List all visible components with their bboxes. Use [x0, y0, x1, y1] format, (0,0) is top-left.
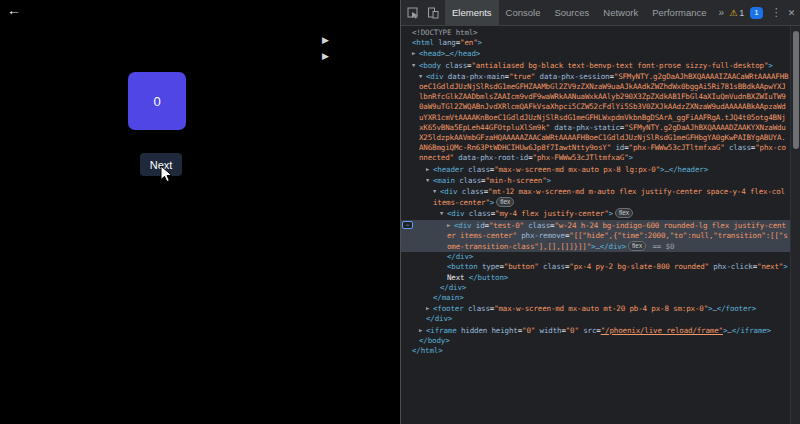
code-segment: class: [464, 209, 490, 218]
browser-viewport: ← ▶ ▶ 0 Next: [0, 0, 400, 424]
tree-node[interactable]: ▶<footer class="max-w-screen-md mx-auto …: [401, 303, 790, 314]
expand-arrow-icon[interactable]: ▼: [433, 186, 440, 196]
expand-arrow-icon[interactable]: ▶: [426, 303, 433, 313]
tree-node[interactable]: ⋯▶<div id="test-0" class="w-24 h-24 bg-i…: [401, 220, 790, 253]
tab-sources[interactable]: Sources: [547, 0, 596, 25]
expand-arrow-icon[interactable]: ▶: [426, 164, 433, 174]
warning-triangle-icon: ⚠: [729, 8, 737, 18]
inspect-element-icon[interactable]: [407, 7, 419, 19]
code-segment: "next": [757, 262, 783, 271]
device-toolbar-icon[interactable]: [427, 7, 439, 19]
code-segment: == $0: [648, 242, 674, 251]
expand-arrow-icon[interactable]: ▶: [412, 48, 419, 58]
code-segment: class: [455, 176, 481, 185]
tab-elements[interactable]: Elements: [445, 0, 499, 25]
more-options-icon[interactable]: ⋮: [771, 6, 782, 19]
tree-node[interactable]: ▼<main class="min-h-screen">: [401, 175, 790, 186]
code-segment: id: [611, 143, 624, 152]
code-segment: "max-w-screen-md mx-auto mt-20 pb-4 px-8…: [494, 304, 708, 313]
issues-badge[interactable]: 1: [750, 7, 762, 19]
scrollbar-thumb[interactable]: [793, 31, 799, 149]
tree-node[interactable]: </div>: [401, 252, 790, 262]
more-panels-icon[interactable]: »: [714, 0, 730, 25]
code-segment: phx-click: [709, 262, 753, 271]
code-segment: </div>: [447, 252, 473, 261]
screen: ← ▶ ▶ 0 Next Ele: [0, 0, 800, 424]
code-segment: width: [535, 326, 561, 335]
tree-node[interactable]: ▶<iframe hidden height="0" width="0" src…: [401, 325, 790, 336]
tree-node[interactable]: </html>: [401, 346, 790, 356]
flex-badge[interactable]: flex: [496, 197, 514, 207]
expand-arrow-icon[interactable]: ▶: [447, 220, 454, 230]
code-segment: type: [478, 262, 500, 271]
expand-arrow-icon[interactable]: ▼: [419, 71, 426, 81]
code-segment: data-phx-static: [550, 123, 620, 132]
expand-arrow-icon[interactable]: ▼: [440, 208, 447, 218]
code-segment: <div: [440, 187, 457, 196]
code-segment: class: [441, 61, 467, 70]
tree-node[interactable]: </body>: [401, 336, 790, 346]
tab-performance[interactable]: Performance: [645, 0, 713, 25]
tree-node[interactable]: ▼<div class="mt-12 max-w-screen-md m-aut…: [401, 186, 790, 208]
tree-node[interactable]: ▼<div data-phx-main="true" data-phx-sess…: [401, 71, 790, 164]
flex-badge[interactable]: flex: [628, 241, 646, 251]
code-segment: lang: [434, 38, 456, 47]
tree-node[interactable]: <button type="button" class="px-4 py-2 b…: [401, 262, 790, 282]
tree-node[interactable]: </main>: [401, 293, 790, 303]
devtools-scrollbar[interactable]: [790, 26, 800, 424]
expand-arrow-icon[interactable]: ▼: [426, 175, 433, 185]
expand-arrow-icon[interactable]: ▶: [419, 325, 426, 335]
code-segment: data-phx-session: [535, 72, 609, 81]
code-segment: hidden: [457, 326, 488, 335]
code-segment: </footer>: [717, 304, 756, 313]
code-segment: class: [464, 165, 490, 174]
tab-console[interactable]: Console: [499, 0, 548, 25]
tree-node[interactable]: ▼<div class="my-4 flex justify-center">f…: [401, 208, 790, 219]
warning-badge[interactable]: ⚠ 1: [729, 8, 744, 18]
devtools-toolbar: Elements Console Sources Network Perform…: [401, 0, 800, 26]
code-segment: <div: [454, 221, 471, 230]
devtools-tabs: Elements Console Sources Network Perform…: [445, 0, 729, 25]
code-segment: "phx-FWWw53cJTltmfxaG": [533, 153, 629, 162]
code-segment: >: [768, 61, 772, 70]
code-segment: <button: [447, 262, 478, 271]
tree-node[interactable]: ▼<body class="antialiased bg-black text-…: [401, 60, 790, 71]
code-segment: <footer: [433, 304, 464, 313]
code-segment: >: [609, 209, 613, 218]
tree-node[interactable]: </div>: [401, 283, 790, 293]
code-segment: height: [487, 326, 518, 335]
code-segment: </body>: [419, 336, 450, 345]
code-segment: src: [579, 326, 596, 335]
code-segment: class: [457, 187, 483, 196]
flex-badge[interactable]: flex: [615, 208, 633, 218]
triangle-marker-icon: ▶: [322, 52, 329, 61]
code-segment: class: [464, 304, 490, 313]
code-segment: >: [629, 153, 633, 162]
node-menu-adorner[interactable]: ⋯: [402, 221, 413, 229]
code-segment: "antialiased bg-black text-benvp-text fo…: [471, 61, 768, 70]
tab-network[interactable]: Network: [596, 0, 645, 25]
code-segment: >: [490, 198, 494, 207]
tree-node[interactable]: ▶<head>…</head>: [401, 48, 790, 59]
code-segment: "en": [460, 38, 477, 47]
code-segment: <html: [412, 38, 434, 47]
tree-node[interactable]: <html lang="en">: [401, 38, 790, 48]
code-segment: "phx-FWWw53cJTltmfxaG": [629, 143, 725, 152]
code-segment: "my-4 flex justify-center": [495, 209, 609, 218]
code-segment: <main: [433, 176, 455, 185]
code-segment: </iframe>: [732, 326, 771, 335]
code-segment: <div: [447, 209, 464, 218]
tree-node[interactable]: ▶<header class="max-w-screen-md mx-auto …: [401, 164, 790, 175]
toolbar-status-area: ⚠ 1 1 ⋮ ✕: [729, 6, 800, 19]
devtools-panel: Elements Console Sources Network Perform…: [400, 0, 800, 424]
expand-arrow-icon[interactable]: ▼: [412, 60, 419, 70]
tree-node[interactable]: </div>: [401, 314, 790, 324]
code-segment: "true": [509, 72, 535, 81]
tree-node[interactable]: <!DOCTYPE html>: [401, 28, 790, 38]
code-segment: </button>: [469, 273, 508, 282]
code-segment: <!DOCTYPE html>: [412, 28, 477, 37]
back-arrow-icon[interactable]: ←: [7, 2, 21, 18]
close-icon[interactable]: ✕: [788, 8, 796, 18]
warning-count: 1: [739, 8, 744, 18]
code-segment: </div>: [426, 314, 452, 323]
